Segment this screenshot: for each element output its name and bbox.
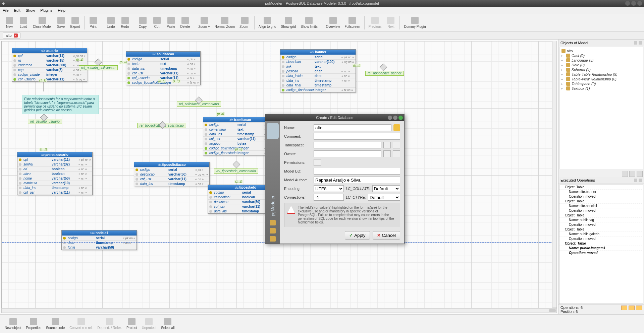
close-button[interactable] <box>637 1 642 6</box>
menu-file[interactable]: File <box>3 8 9 12</box>
tree-collapse-icon[interactable] <box>622 171 628 177</box>
textbox-note[interactable]: Este relacionamento faz o mapeamento ent… <box>22 95 99 114</box>
normal-zoom-button[interactable]: Normal Zoom <box>213 15 237 31</box>
cut-button[interactable]: Cut <box>150 15 164 31</box>
tree-node[interactable]: Textbox (1) <box>561 86 642 91</box>
new-button[interactable]: New <box>3 15 16 31</box>
undo-op-icon[interactable] <box>621 306 627 310</box>
apply-button[interactable]: Apply <box>345 231 370 240</box>
operation-line[interactable]: Object: Table <box>559 185 643 190</box>
redo-op-icon[interactable] <box>629 306 635 310</box>
properties-button[interactable]: Properties <box>24 316 43 332</box>
table-noticia1[interactable]: site.noticia1codigoserial« pk nn »datati… <box>61 230 137 250</box>
collate-select[interactable]: Default <box>372 185 400 192</box>
operation-line[interactable]: Operation: moved <box>559 194 643 199</box>
print-button[interactable]: Print <box>87 15 100 31</box>
operation-line[interactable]: Operation: moved <box>559 208 643 213</box>
author-input[interactable] <box>314 177 400 183</box>
dialog-minimize-icon[interactable] <box>388 116 392 120</box>
table-tiposolicitacao[interactable]: sic.tiposolicitacaocodigoserial« pk »des… <box>134 162 210 186</box>
operation-line[interactable]: Name: site.noticia1 <box>559 204 643 208</box>
operations-list[interactable]: Object: TableName: site.bannerOperation:… <box>559 185 643 304</box>
horizontal-scrollbar[interactable] <box>1 308 557 313</box>
operation-line[interactable]: Object: Table <box>559 213 643 218</box>
relationship-label[interactable]: rel_tipobanner_banner <box>365 71 404 76</box>
relationship-diamond[interactable] <box>233 161 240 169</box>
table-usuario[interactable]: seguranca.usuariocpfvarchar(11)« pk nn »… <box>17 152 93 195</box>
name-input[interactable] <box>314 124 391 131</box>
minimize-button[interactable] <box>625 1 630 6</box>
close-model-button[interactable]: Close Model <box>31 15 54 31</box>
encoding-select[interactable]: UTF8 <box>314 185 344 192</box>
tablespace-input[interactable] <box>314 142 381 148</box>
model-tab[interactable]: alto × <box>3 32 21 39</box>
relationship-diamond[interactable] <box>380 64 387 71</box>
operation-line[interactable]: Name: public.galeria <box>559 232 643 237</box>
owner-pick-icon[interactable] <box>383 150 391 157</box>
operation-line[interactable]: Name: public.tag <box>559 218 643 222</box>
panel-close-icon[interactable] <box>639 41 642 45</box>
owner-clear-icon[interactable] <box>393 150 400 157</box>
operation-line[interactable]: Operation: moved <box>559 222 643 227</box>
objects-tree[interactable]: alto Cast (0) Language (3) Role (0) Sche… <box>559 47 643 169</box>
menu-show[interactable]: Show <box>26 8 35 12</box>
tree-node[interactable]: Cast (0) <box>561 53 642 58</box>
close-icon[interactable]: × <box>14 34 18 38</box>
tree-expand-icon[interactable] <box>629 171 635 177</box>
owner-input[interactable] <box>314 150 381 157</box>
paste-button[interactable]: Paste <box>164 15 178 31</box>
dialog-close-icon[interactable] <box>398 116 403 120</box>
operation-line[interactable]: Object: Table <box>559 199 643 204</box>
select-all-button[interactable]: Select all <box>159 316 177 332</box>
connections-input[interactable] <box>314 194 344 201</box>
load-button[interactable]: Load <box>17 15 30 31</box>
redo-button[interactable]: Redo <box>118 15 132 31</box>
tree-node[interactable]: Role (0) <box>561 63 642 67</box>
tree-node[interactable]: Language (3) <box>561 58 642 63</box>
tablespace-pick-icon[interactable] <box>383 142 391 148</box>
save-button[interactable]: Save <box>54 15 68 31</box>
zoom--button[interactable]: Zoom + <box>196 15 212 31</box>
tree-node[interactable]: Schema (4) <box>561 67 642 72</box>
table-banner[interactable]: site.bannercodigoserial« pk nn »descrica… <box>280 49 356 92</box>
operation-line[interactable]: Name: site.banner <box>559 190 643 194</box>
undo-button[interactable]: Undo <box>104 15 118 31</box>
tree-list-icon[interactable] <box>637 171 643 177</box>
comment-input[interactable] <box>314 133 400 140</box>
align-to-grid-button[interactable]: Align to grid <box>257 15 278 31</box>
operation-line[interactable]: Name: public.imagem1 <box>559 246 643 251</box>
source-code-button[interactable]: Source code <box>44 316 67 332</box>
overview-button[interactable]: Overview <box>324 15 342 31</box>
clear-ops-icon[interactable] <box>636 306 642 310</box>
relationship-diamond[interactable] <box>95 59 102 66</box>
delete-button[interactable]: Delete <box>178 15 192 31</box>
tree-node[interactable]: Table-View Relationship (0) <box>561 77 642 81</box>
dummy-plugin-button[interactable]: Dummy Plugin <box>402 15 428 31</box>
new-object-button[interactable]: New object <box>3 316 23 332</box>
panel-undock-icon[interactable] <box>634 179 637 182</box>
panel-close-icon[interactable] <box>639 179 642 182</box>
vertical-scrollbar[interactable] <box>552 41 557 308</box>
tree-node[interactable]: Tablespace (0) <box>561 81 642 86</box>
dialog-maximize-icon[interactable] <box>393 116 397 120</box>
operation-line[interactable]: Object: Table <box>559 227 643 232</box>
table-usuario[interactable]: sic.usuariocpfvarchar(11)« pk nn »rgvarc… <box>12 48 87 82</box>
operation-line[interactable]: Object: Table <box>559 241 643 246</box>
ctype-select[interactable]: Default <box>368 194 400 201</box>
export-button[interactable]: Export <box>68 15 82 31</box>
cancel-button[interactable]: Cancel <box>373 231 400 240</box>
dialog-titlebar[interactable]: Create / Edit:Database <box>265 114 404 121</box>
protect-button[interactable]: Protect <box>124 316 139 332</box>
show-limits-button[interactable]: Show limits <box>299 15 320 31</box>
permissions-edit-icon[interactable] <box>314 159 321 166</box>
maximize-button[interactable] <box>631 1 636 6</box>
fullscreen-button[interactable]: Fullscreen <box>342 15 362 31</box>
tablespace-clear-icon[interactable] <box>393 142 400 148</box>
relationship-label[interactable]: rel_tipoestado_comentario <box>214 169 258 174</box>
operation-line[interactable]: Operation: moved <box>559 237 643 241</box>
copy-button[interactable]: Copy <box>136 15 150 31</box>
menu-edit[interactable]: Edit <box>14 8 20 12</box>
tree-root[interactable]: alto <box>561 49 642 53</box>
tree-node[interactable]: Table-Table Relationship (9) <box>561 72 642 77</box>
zoom--button[interactable]: Zoom - <box>237 15 252 31</box>
